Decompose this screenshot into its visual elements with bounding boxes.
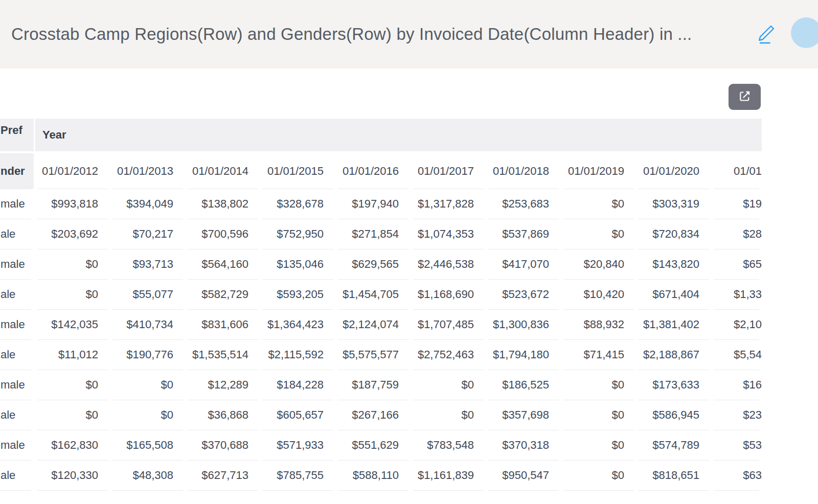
table-cell[interactable]: $88,932 [561, 309, 637, 339]
table-cell[interactable]: $0 [411, 370, 486, 400]
export-button[interactable] [729, 84, 761, 110]
table-cell[interactable]: $1,535,514 [186, 339, 261, 370]
table-cell[interactable]: $55,077 [110, 279, 186, 309]
table-cell[interactable]: $1,074,353 [411, 219, 486, 249]
table-cell[interactable]: $783,548 [411, 430, 486, 460]
table-cell[interactable]: $564,160 [186, 249, 261, 279]
table-cell[interactable]: $410,734 [110, 309, 186, 339]
table-cell[interactable]: $605,657 [261, 400, 336, 430]
row-label[interactable]: male [0, 309, 34, 339]
row-label[interactable]: ale [0, 400, 34, 430]
table-cell[interactable]: $671,404 [637, 279, 712, 309]
table-cell[interactable]: $184,228 [261, 370, 336, 400]
table-cell[interactable]: $2,188,867 [637, 339, 712, 370]
row-label[interactable]: male [0, 430, 34, 460]
table-cell[interactable]: $10,420 [561, 279, 637, 309]
table-cell[interactable]: $142,035 [35, 309, 110, 339]
table-cell[interactable]: $1,33 [712, 279, 762, 309]
table-cell[interactable]: $752,950 [261, 219, 336, 249]
table-cell[interactable]: $537,869 [486, 219, 561, 249]
row-label[interactable]: ale [0, 219, 34, 249]
table-cell[interactable]: $593,205 [261, 279, 336, 309]
table-cell[interactable]: $831,606 [186, 309, 261, 339]
table-cell[interactable]: $627,713 [186, 460, 261, 490]
table-cell[interactable]: $93,713 [110, 249, 186, 279]
column-header[interactable]: 01/01/2012 [35, 153, 110, 189]
table-cell[interactable]: $551,629 [336, 430, 411, 460]
help-bubble-button[interactable] [791, 17, 818, 48]
table-cell[interactable]: $203,692 [35, 219, 110, 249]
table-cell[interactable]: $190,776 [110, 339, 186, 370]
table-cell[interactable]: $1,454,705 [336, 279, 411, 309]
table-cell[interactable]: $11,012 [35, 339, 110, 370]
table-cell[interactable]: $571,933 [261, 430, 336, 460]
table-cell[interactable]: $523,672 [486, 279, 561, 309]
table-cell[interactable]: $36,868 [186, 400, 261, 430]
table-cell[interactable]: $0 [561, 460, 637, 490]
column-header[interactable]: 01/01/2020 [637, 153, 712, 189]
table-cell[interactable]: $0 [35, 400, 110, 430]
table-cell[interactable]: $370,688 [186, 430, 261, 460]
table-cell[interactable]: $197,940 [336, 189, 411, 219]
table-cell[interactable]: $5,575,577 [336, 339, 411, 370]
table-cell[interactable]: $135,046 [261, 249, 336, 279]
table-cell[interactable]: $993,818 [35, 189, 110, 219]
table-cell[interactable]: $417,070 [486, 249, 561, 279]
table-cell[interactable]: $2,124,074 [336, 309, 411, 339]
table-cell[interactable]: $0 [561, 430, 637, 460]
table-cell[interactable]: $700,596 [186, 219, 261, 249]
table-cell[interactable]: $1,300,836 [486, 309, 561, 339]
table-cell[interactable]: $0 [561, 400, 637, 430]
table-cell[interactable]: $328,678 [261, 189, 336, 219]
table-cell[interactable]: $23 [712, 400, 762, 430]
column-header[interactable]: 01/01/2019 [561, 153, 637, 189]
table-cell[interactable]: $120,330 [35, 460, 110, 490]
table-cell[interactable]: $1,707,485 [411, 309, 486, 339]
table-cell[interactable]: $2,10 [712, 309, 762, 339]
table-cell[interactable]: $0 [561, 370, 637, 400]
column-header[interactable]: 01/01/2017 [411, 153, 486, 189]
table-cell[interactable]: $48,308 [110, 460, 186, 490]
column-header[interactable]: 01/01 [712, 153, 762, 189]
table-cell[interactable]: $65 [712, 249, 762, 279]
table-cell[interactable]: $1,364,423 [261, 309, 336, 339]
row-label[interactable]: ale [0, 339, 34, 370]
table-cell[interactable]: $0 [35, 279, 110, 309]
row-label[interactable]: male [0, 249, 34, 279]
column-header[interactable]: 01/01/2014 [186, 153, 261, 189]
column-header[interactable]: 01/01/2018 [486, 153, 561, 189]
table-cell[interactable]: $253,683 [486, 189, 561, 219]
table-cell[interactable]: $16 [712, 370, 762, 400]
table-cell[interactable]: $1,381,402 [637, 309, 712, 339]
table-cell[interactable]: $165,508 [110, 430, 186, 460]
table-cell[interactable]: $0 [561, 219, 637, 249]
table-cell[interactable]: $187,759 [336, 370, 411, 400]
table-cell[interactable]: $0 [561, 189, 637, 219]
table-cell[interactable]: $0 [35, 370, 110, 400]
table-cell[interactable]: $0 [35, 249, 110, 279]
table-cell[interactable]: $629,565 [336, 249, 411, 279]
column-header[interactable]: 01/01/2013 [110, 153, 186, 189]
table-cell[interactable]: $818,651 [637, 460, 712, 490]
table-cell[interactable]: $0 [110, 400, 186, 430]
table-cell[interactable]: $53 [712, 430, 762, 460]
table-cell[interactable]: $2,115,592 [261, 339, 336, 370]
table-cell[interactable]: $1,317,828 [411, 189, 486, 219]
edit-button[interactable] [756, 21, 778, 44]
table-cell[interactable]: $20,840 [561, 249, 637, 279]
table-cell[interactable]: $785,755 [261, 460, 336, 490]
table-cell[interactable]: $267,166 [336, 400, 411, 430]
table-cell[interactable]: $1,168,690 [411, 279, 486, 309]
column-header[interactable]: 01/01/2016 [336, 153, 411, 189]
table-cell[interactable]: $12,289 [186, 370, 261, 400]
table-cell[interactable]: $1,794,180 [486, 339, 561, 370]
column-header[interactable]: 01/01/2015 [261, 153, 336, 189]
table-cell[interactable]: $720,834 [637, 219, 712, 249]
table-cell[interactable]: $186,525 [486, 370, 561, 400]
table-cell[interactable]: $370,318 [486, 430, 561, 460]
table-cell[interactable]: $173,633 [637, 370, 712, 400]
table-cell[interactable]: $5,54 [712, 339, 762, 370]
row-label[interactable]: male [0, 370, 34, 400]
table-cell[interactable]: $70,217 [110, 219, 186, 249]
table-cell[interactable]: $71,415 [561, 339, 637, 370]
